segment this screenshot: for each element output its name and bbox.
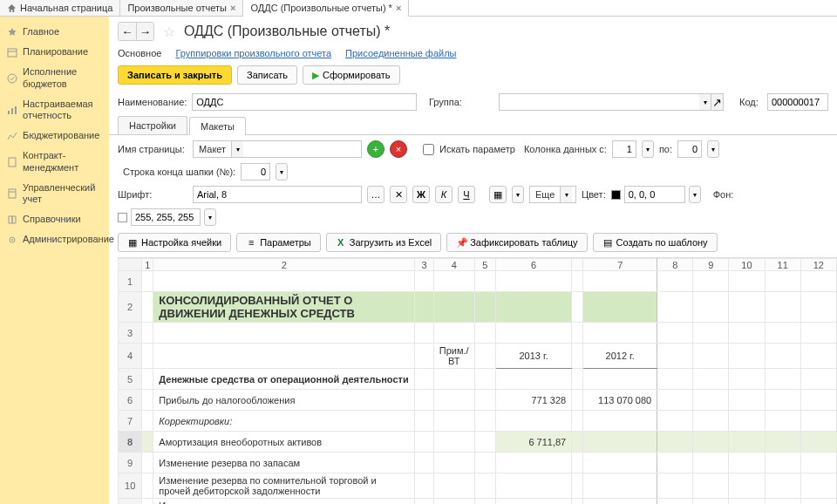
bold-button[interactable]: Ж <box>412 186 430 203</box>
table-row[interactable]: 1 <box>119 271 837 292</box>
sidebar-item-admin[interactable]: Администрирование <box>0 229 109 249</box>
generate-button[interactable]: ▶Сформировать <box>303 65 400 85</box>
subtab-files[interactable]: Присоединенные файлы <box>345 48 456 58</box>
font-clear-button[interactable]: ✕ <box>390 186 407 203</box>
table-row[interactable]: 3 <box>119 323 837 344</box>
tab-settings[interactable]: Настройки <box>118 116 187 134</box>
col-header[interactable]: 6 <box>496 259 572 271</box>
subtab-main[interactable]: Основное <box>118 48 161 58</box>
forward-button[interactable]: → <box>136 23 153 40</box>
params-button[interactable]: ≡Параметры <box>236 233 321 252</box>
color-swatch <box>118 213 127 222</box>
text-color-field[interactable]: ▾ <box>611 186 701 203</box>
col-header[interactable]: 11 <box>765 259 800 271</box>
name-input[interactable] <box>192 93 417 111</box>
col-header[interactable]: 8 <box>657 259 693 271</box>
sidebar-item-budget-exec[interactable]: Исполнение бюджетов <box>0 62 109 93</box>
chart-icon <box>7 131 17 141</box>
search-param-checkbox[interactable] <box>423 144 434 155</box>
load-excel-button[interactable]: XЗагрузить из Excel <box>326 233 441 252</box>
sidebar-item-label: Управленческий учет <box>23 182 102 205</box>
spreadsheet[interactable]: 12345678910111212КОНСОЛИДИРОВАННЫЙ ОТЧЕТ… <box>118 257 837 504</box>
code-input[interactable] <box>767 93 828 111</box>
col-header[interactable] <box>572 259 583 271</box>
col-header[interactable]: 7 <box>583 259 657 271</box>
sidebar-item-label: Справочники <box>23 214 81 225</box>
col-header[interactable]: 9 <box>693 259 729 271</box>
table-row[interactable]: 10Изменение резерва по сомнительной торг… <box>119 473 837 499</box>
col-header[interactable]: 2 <box>153 259 415 271</box>
sidebar-item-planning[interactable]: Планирование <box>0 42 109 62</box>
col-header[interactable]: 4 <box>433 259 474 271</box>
border-dropdown[interactable]: ▾ <box>512 186 524 203</box>
spin-button[interactable]: ▾ <box>276 163 288 180</box>
bg-color-input[interactable] <box>131 208 201 226</box>
close-icon[interactable]: × <box>396 3 401 13</box>
italic-button[interactable]: К <box>435 186 453 203</box>
border-button[interactable]: ▦ <box>489 186 507 203</box>
group-open-button[interactable]: ↗ <box>711 93 724 111</box>
sidebar-item-custom-reports[interactable]: Настраиваемая отчетность <box>0 94 109 126</box>
save-close-button[interactable]: Записать и закрыть <box>118 65 232 85</box>
load-excel-label: Загрузить из Excel <box>350 237 432 248</box>
sidebar-item-budgeting[interactable]: Бюджетирование <box>0 126 109 146</box>
sidebar-item-directories[interactable]: Справочники <box>0 209 109 229</box>
generate-label: Сформировать <box>323 70 391 80</box>
table-row[interactable]: 9Изменение резерва по запасам <box>119 453 837 473</box>
col-header[interactable]: 3 <box>415 259 433 271</box>
dropdown-icon[interactable]: ▾ <box>560 187 572 202</box>
font-pick-button[interactable]: … <box>367 186 384 203</box>
svg-rect-4 <box>11 108 13 114</box>
by-template-label: Создать по шаблону <box>616 237 708 248</box>
col-header[interactable]: 10 <box>729 259 765 271</box>
data-col-from-input[interactable] <box>612 140 636 158</box>
col-header[interactable]: 12 <box>800 259 836 271</box>
cell-settings-button[interactable]: ▦Настройка ячейки <box>118 233 231 252</box>
fix-table-button[interactable]: 📌Зафиксировать таблицу <box>446 233 587 252</box>
page-name-select[interactable]: Макет▾ <box>193 140 362 158</box>
create-by-template-button[interactable]: ▤Создать по шаблону <box>593 233 718 252</box>
excel-icon: X <box>336 237 346 248</box>
group-input[interactable] <box>499 93 699 111</box>
dropdown-icon[interactable]: ▾ <box>689 186 701 203</box>
table-row[interactable]: 11Изменение резерва по неиспользованным … <box>119 499 837 505</box>
bg-label: Фон: <box>713 189 734 200</box>
data-col-to-input[interactable] <box>677 140 702 158</box>
sidebar-item-mgmt-accounting[interactable]: Управленческий учет <box>0 178 109 209</box>
group-dropdown-button[interactable]: ▾ <box>699 93 711 111</box>
table-row[interactable]: 4Прим./ВТ2013 г.2012 г. <box>119 344 837 369</box>
tab-layouts[interactable]: Макеты <box>189 117 246 135</box>
table-row[interactable]: 6Прибыль до налогообложения771 328113 07… <box>119 390 837 411</box>
table-row[interactable]: 7Корректировки: <box>119 411 837 432</box>
col-header[interactable]: 1 <box>142 259 153 271</box>
add-page-button[interactable]: + <box>367 140 384 158</box>
col-header[interactable]: 5 <box>474 259 495 271</box>
group-select[interactable]: ▾ ↗ <box>499 93 724 111</box>
subtab-groups[interactable]: Группировки произвольного отчета <box>175 48 331 58</box>
bg-color-field[interactable]: ▾ <box>118 208 216 226</box>
text-color-input[interactable] <box>624 186 685 203</box>
table-row[interactable]: 5Денежные средства от операционной деяте… <box>119 369 837 390</box>
table-row[interactable]: 8Амортизация внеоборотных активов6 711,8… <box>119 432 837 453</box>
header-end-input[interactable] <box>241 163 270 180</box>
sidebar-item-main[interactable]: Главное <box>0 22 109 42</box>
favorite-star-icon[interactable]: ☆ <box>163 24 175 40</box>
font-input[interactable] <box>193 186 362 203</box>
more-select[interactable]: Еще▾ <box>529 186 576 203</box>
sidebar-item-contract[interactable]: Контракт-менеджмент <box>0 146 109 177</box>
close-icon[interactable]: × <box>230 3 235 13</box>
list-icon: ≡ <box>246 237 256 248</box>
font-label: Шрифт: <box>118 189 187 200</box>
dropdown-icon[interactable]: ▾ <box>231 141 243 157</box>
back-button[interactable]: ← <box>119 23 136 40</box>
tab-odds[interactable]: ОДДС (Произвольные отчеты) * × <box>243 0 409 17</box>
spin-button[interactable]: ▾ <box>707 140 719 158</box>
tab-reports[interactable]: Произвольные отчеты × <box>120 0 243 16</box>
tab-start-page[interactable]: Начальная страница <box>0 0 120 16</box>
dropdown-icon[interactable]: ▾ <box>204 208 216 226</box>
underline-button[interactable]: Ч <box>458 186 475 203</box>
table-row[interactable]: 2КОНСОЛИДИРОВАННЫЙ ОТЧЕТ О ДВИЖЕНИИ ДЕНЕ… <box>119 292 837 323</box>
spin-button[interactable]: ▾ <box>642 140 654 158</box>
remove-page-button[interactable]: × <box>390 140 407 158</box>
save-button[interactable]: Записать <box>237 65 297 85</box>
